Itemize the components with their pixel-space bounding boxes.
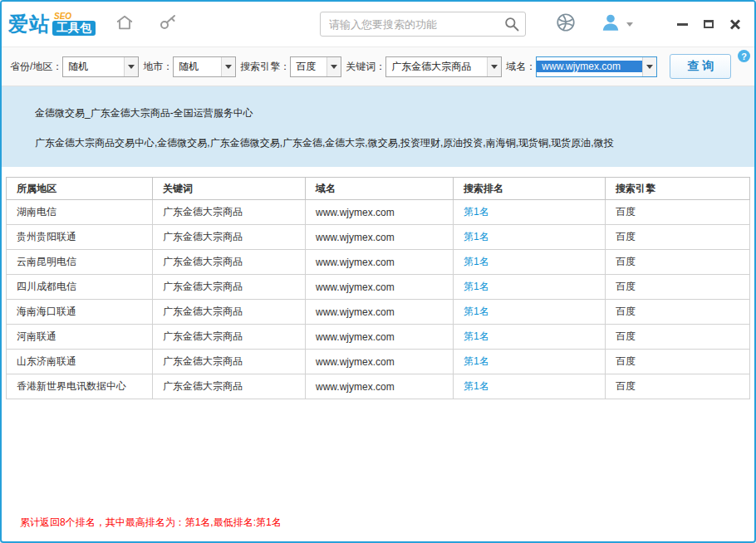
chevron-down-icon[interactable] [221,57,235,76]
site-info-panel: 金德微交易_广东金德大宗商品-全国运营服务中心 广东金德大宗商品交易中心,金德微… [2,86,754,167]
engine-value: 百度 [291,60,326,74]
table-row[interactable]: 湖南电信广东金德大宗商品www.wjymex.com第1名百度 [7,200,750,225]
domain-select[interactable]: www.wjymex.com [536,56,657,77]
city-select[interactable]: 随机 [173,56,236,77]
cell-engine: 百度 [606,300,750,325]
chevron-down-icon[interactable] [642,57,656,76]
domain-label: 域名： [506,60,536,74]
cell-keyword: 广东金德大宗商品 [153,275,306,300]
rank-link[interactable]: 第1名 [464,231,489,242]
minimize-icon [677,23,688,26]
column-header: 搜索引擎 [606,178,750,200]
results-table-container: 所属地区关键词域名搜索排名搜索引擎 湖南电信广东金德大宗商品www.wjymex… [6,177,750,399]
cell-region: 海南海口联通 [7,300,153,325]
filter-city: 地市： 随机 [143,56,236,77]
cell-keyword: 广东金德大宗商品 [153,200,306,225]
titlebar-right-group [552,10,746,38]
cell-rank: 第1名 [454,275,606,300]
table-row[interactable]: 四川成都电信广东金德大宗商品www.wjymex.com第1名百度 [7,275,750,300]
city-label: 地市： [143,60,173,74]
cell-region: 山东济南联通 [7,350,153,374]
cell-domain: www.wjymex.com [306,300,454,325]
cell-rank: 第1名 [454,350,606,374]
rank-link[interactable]: 第1名 [464,380,489,392]
rank-link[interactable]: 第1名 [464,256,489,267]
column-header: 搜索排名 [454,178,606,200]
help-icon[interactable]: ? [738,50,750,62]
cell-rank: 第1名 [454,200,606,225]
search-icon[interactable] [503,16,520,32]
home-icon [115,13,134,35]
close-icon [729,18,741,30]
engine-label: 搜索引擎： [240,60,290,74]
close-button[interactable] [724,15,746,33]
cell-domain: www.wjymex.com [306,275,454,300]
keyword-select[interactable]: 广东金德大宗商品 [385,56,502,77]
cell-domain: www.wjymex.com [306,374,454,399]
network-button[interactable] [552,10,580,38]
cell-region: 湖南电信 [7,200,153,225]
keyword-label: 关键词： [346,60,385,74]
province-select[interactable]: 随机 [62,56,139,77]
filter-engine: 搜索引擎： 百度 [240,56,341,77]
cell-keyword: 广东金德大宗商品 [153,350,306,374]
cell-region: 云南昆明电信 [7,250,153,275]
cell-region: 贵州贵阳联通 [7,225,153,250]
table-row[interactable]: 云南昆明电信广东金德大宗商品www.wjymex.com第1名百度 [7,250,750,275]
site-title: 金德微交易_广东金德大宗商品-全国运营服务中心 [35,106,721,120]
rank-link[interactable]: 第1名 [464,281,489,292]
cell-region: 四川成都电信 [7,275,153,300]
cell-keyword: 广东金德大宗商品 [153,250,306,275]
cell-engine: 百度 [606,250,750,275]
engine-select[interactable]: 百度 [290,56,341,77]
rank-link[interactable]: 第1名 [464,206,489,218]
rank-link[interactable]: 第1名 [464,355,489,367]
cell-engine: 百度 [606,325,750,350]
seo-badge: SEO [54,12,71,21]
cell-domain: www.wjymex.com [306,250,454,275]
cell-rank: 第1名 [454,225,606,250]
key-icon [158,12,178,36]
chevron-down-icon[interactable] [124,57,138,76]
city-value: 随机 [174,60,221,74]
cell-engine: 百度 [606,374,750,399]
query-toolbar: 省份/地区： 随机 地市： 随机 搜索引擎： 百度 关键词： 广东金德大宗商品 [2,46,754,86]
table-row[interactable]: 河南联通广东金德大宗商品www.wjymex.com第1名百度 [7,325,750,350]
cell-keyword: 广东金德大宗商品 [153,374,306,399]
rank-link[interactable]: 第1名 [464,306,489,317]
user-menu[interactable] [600,12,633,37]
app-logo: 爱站 SEO 工具包 [8,11,96,37]
title-bar: 爱站 SEO 工具包 [2,2,754,46]
table-row[interactable]: 贵州贵阳联通广东金德大宗商品www.wjymex.com第1名百度 [7,225,750,250]
domain-value: www.wjymex.com [537,61,642,72]
query-button[interactable]: 查 询 [670,54,731,79]
site-keywords: 广东金德大宗商品交易中心,金德微交易,广东金德微交易,广东金德,金德大宗,微交易… [35,136,721,150]
minimize-button[interactable] [671,15,693,33]
rank-link[interactable]: 第1名 [464,330,489,342]
results-table: 所属地区关键词域名搜索排名搜索引擎 湖南电信广东金德大宗商品www.wjymex… [6,177,750,399]
app-window: 爱站 SEO 工具包 [0,0,756,543]
table-header-row: 所属地区关键词域名搜索排名搜索引擎 [7,178,750,200]
column-header: 关键词 [153,178,306,200]
cell-engine: 百度 [606,200,750,225]
search-input[interactable] [329,18,503,31]
province-label: 省份/地区： [10,60,62,74]
cell-rank: 第1名 [454,300,606,325]
rank-summary: 累计返回8个排名，其中最高排名为：第1名,最低排名:第1名 [20,516,282,528]
chevron-down-icon[interactable] [487,57,501,76]
column-header: 所属地区 [7,178,153,200]
results-table-body: 湖南电信广东金德大宗商品www.wjymex.com第1名百度贵州贵阳联通广东金… [7,200,750,399]
province-value: 随机 [63,60,124,74]
filter-domain: 域名： www.wjymex.com [506,56,657,77]
home-button[interactable] [110,10,139,38]
table-row[interactable]: 香港新世界电讯数据中心广东金德大宗商品www.wjymex.com第1名百度 [7,374,750,399]
cell-keyword: 广东金德大宗商品 [153,300,306,325]
chevron-down-icon[interactable] [326,57,341,76]
cell-domain: www.wjymex.com [306,350,454,374]
key-tools-button[interactable] [154,10,182,38]
filter-province: 省份/地区： 随机 [10,56,139,77]
table-row[interactable]: 山东济南联通广东金德大宗商品www.wjymex.com第1名百度 [7,350,750,374]
table-row[interactable]: 海南海口联通广东金德大宗商品www.wjymex.com第1名百度 [7,300,750,325]
cell-domain: www.wjymex.com [306,325,454,350]
maximize-button[interactable] [698,15,719,33]
